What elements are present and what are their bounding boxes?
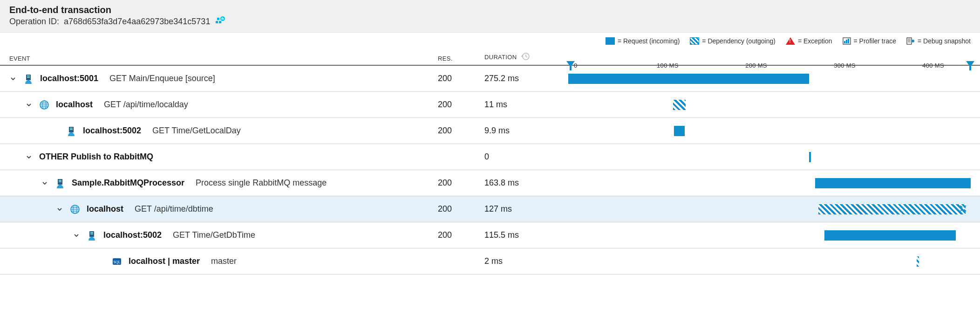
event-name: localhost:5002 [103,230,162,240]
chevron-down-icon[interactable] [9,75,17,83]
tick-100: 100 MS [657,62,679,69]
response-code: 200 [438,230,484,240]
legend-request-label: = Request (incoming) [618,37,680,45]
timeline-bar[interactable] [674,126,685,136]
sql-icon: SQL [112,256,122,267]
server-icon [66,126,76,136]
event-detail: GET Time/GetLocalDay [152,126,241,136]
svg-rect-10 [848,39,849,43]
event-cell: SQLlocalhost | mastermaster [9,256,438,267]
chevron-down-icon[interactable] [25,153,33,161]
table-row[interactable]: localhost:5002GET Time/GetDbTime200115.5… [0,222,980,248]
debug-snapshot-icon [906,37,915,45]
timeline-bar[interactable] [568,74,809,84]
svg-rect-4 [221,18,222,20]
timeline-cell [568,99,971,110]
svg-rect-40 [90,234,93,234]
event-cell: localhostGET /api/time/localday [9,100,438,110]
timeline-cell [568,230,971,241]
history-icon[interactable] [521,52,530,62]
response-code: 200 [438,204,484,214]
response-code: 200 [438,74,484,83]
timeline-bar[interactable] [809,152,811,162]
chevron-down-icon[interactable] [56,206,63,213]
event-detail: GET Main/Enqueue [source] [109,74,215,83]
legend: = Request (incoming) = Dependency (outgo… [0,33,980,48]
tick-400: 400 MS [922,62,944,69]
duration-value: 115.5 ms [484,230,568,240]
response-code: 200 [438,100,484,110]
chevron-down-icon[interactable] [73,232,80,239]
event-cell: Sample.RabbitMQProcessorProcess single R… [9,178,438,188]
server-icon [23,74,34,84]
event-detail: master [211,256,237,266]
event-cell: localhost:5002GET Time/GetDbTime [9,230,438,241]
header: End-to-end transaction Operation ID: a76… [0,0,980,33]
col-header-duration[interactable]: DURATION [484,52,568,62]
tick-300: 300 MS [834,62,856,69]
rows: localhost:5001GET Main/Enqueue [source]2… [0,66,980,275]
table-row[interactable]: localhostGET /api/time/dbtime200127 ms [0,196,980,222]
operation-id-row: Operation ID: a768d653fa3d7e4aa62973be34… [9,16,971,27]
table-row[interactable]: Sample.RabbitMQProcessorProcess single R… [0,170,980,196]
chevron-down-icon[interactable] [41,179,48,187]
filter-end-icon[interactable] [966,61,974,70]
event-detail: GET /api/time/localday [104,100,188,110]
timeline-bar[interactable] [824,230,956,241]
table-row[interactable]: OTHER Publish to RabbitMQ0 [0,144,980,170]
globe-icon [70,204,80,214]
duration-value: 2 ms [484,256,568,266]
col-header-res[interactable]: RES. [438,55,484,62]
timeline-cell [568,178,971,189]
event-cell: localhost:5001GET Main/Enqueue [source] [9,74,438,84]
table-row[interactable]: localhost:5001GET Main/Enqueue [source]2… [0,66,980,92]
svg-rect-29 [70,129,73,130]
svg-point-15 [912,40,914,42]
timeline-cell [568,256,971,267]
timeline-bar[interactable] [818,204,966,214]
event-name: localhost:5001 [40,74,98,83]
svg-rect-39 [90,232,93,233]
event-name: localhost | master [129,256,200,266]
svg-rect-8 [844,41,845,43]
response-code: 200 [438,178,484,188]
timeline-cell [568,125,971,137]
event-cell: localhostGET /api/time/dbtime [9,204,438,214]
event-name: Sample.RabbitMQProcessor [72,178,184,188]
table-row[interactable]: localhostGET /api/time/localday20011 ms [0,92,980,118]
duration-value: 127 ms [484,204,568,214]
columns-header: EVENT RES. DURATION 0 100 MS 200 MS 300 … [0,48,980,66]
table-row[interactable]: SQLlocalhost | mastermaster2 ms [0,248,980,275]
svg-rect-5 [222,17,223,20]
timeline-cell [568,152,971,163]
timeline-bar[interactable] [815,178,971,188]
col-header-duration-label: DURATION [484,54,517,61]
svg-rect-20 [27,76,30,76]
profiler-trace-icon [843,37,851,45]
svg-rect-11 [907,38,912,44]
timeline-cell [568,73,971,84]
svg-rect-28 [70,128,73,129]
svg-marker-18 [966,61,974,70]
col-header-event[interactable]: EVENT [9,55,438,62]
operation-id-label: Operation ID: [9,17,59,27]
event-detail: GET Time/GetDbTime [173,230,255,240]
tick-0: 0 [574,62,578,69]
globe-icon [39,100,49,110]
timeline-bar[interactable] [917,256,919,267]
table-row[interactable]: localhost:5002GET Time/GetLocalDay2009.9… [0,118,980,144]
legend-snapshot-label: = Debug snapshot [918,37,971,45]
legend-dependency: = Dependency (outgoing) [690,37,776,45]
collapse-icon[interactable] [960,205,967,214]
event-detail: Process single RabbitMQ message [196,178,327,188]
response-code: 200 [438,126,484,136]
chevron-down-icon[interactable] [25,101,33,109]
duration-value: 275.2 ms [484,74,568,83]
legend-exception-label: = Exception [798,37,832,45]
legend-dependency-label: = Dependency (outgoing) [702,37,776,45]
duration-value: 11 ms [484,100,568,110]
legend-snapshot: = Debug snapshot [906,37,971,45]
svg-rect-2 [217,18,219,20]
appmap-icon[interactable] [215,16,225,27]
timeline-bar[interactable] [673,100,685,110]
